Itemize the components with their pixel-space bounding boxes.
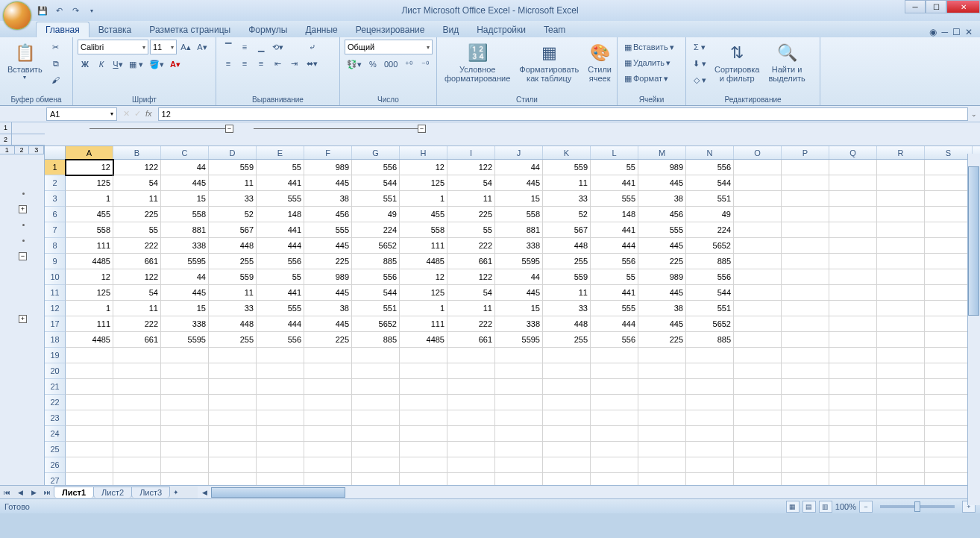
cell[interactable] xyxy=(734,207,782,222)
cell[interactable] xyxy=(877,442,925,457)
cell[interactable] xyxy=(638,363,686,379)
cell[interactable] xyxy=(304,363,352,379)
indent-dec-icon[interactable]: ⇤ xyxy=(270,56,285,71)
save-icon[interactable]: 💾 xyxy=(36,4,49,17)
orientation-icon[interactable]: ⟲▾ xyxy=(270,40,286,54)
grow-font-icon[interactable]: A▴ xyxy=(178,40,193,54)
cell[interactable] xyxy=(925,395,973,410)
cell[interactable] xyxy=(829,238,877,254)
office-button[interactable] xyxy=(3,1,31,30)
cell[interactable] xyxy=(66,348,113,363)
cell[interactable] xyxy=(925,222,973,238)
cell[interactable] xyxy=(304,442,352,457)
cell[interactable] xyxy=(543,442,591,457)
cell[interactable] xyxy=(638,473,686,485)
cell[interactable]: 556 xyxy=(257,254,304,269)
cell[interactable] xyxy=(495,426,543,442)
vertical-scrollbar[interactable] xyxy=(967,154,980,505)
cell[interactable]: 33 xyxy=(543,301,591,316)
cell[interactable]: 556 xyxy=(591,254,638,269)
cell[interactable]: 558 xyxy=(400,222,447,238)
column-header[interactable]: I xyxy=(447,146,495,159)
cell[interactable]: 661 xyxy=(447,332,495,348)
cell[interactable] xyxy=(352,410,400,426)
cell[interactable]: 255 xyxy=(543,254,591,269)
cell[interactable] xyxy=(829,332,877,348)
cell[interactable]: 445 xyxy=(638,175,686,191)
cell[interactable]: 122 xyxy=(447,160,495,175)
cell[interactable]: 38 xyxy=(638,191,686,207)
column-header[interactable]: R xyxy=(877,146,925,159)
cell[interactable] xyxy=(734,254,782,269)
cell[interactable]: 445 xyxy=(638,316,686,332)
cell[interactable] xyxy=(495,410,543,426)
cell[interactable]: 224 xyxy=(352,222,400,238)
cell[interactable] xyxy=(782,410,829,426)
cell[interactable]: 11 xyxy=(543,285,591,301)
cell[interactable] xyxy=(113,379,161,395)
cell[interactable]: 4485 xyxy=(400,332,447,348)
cell[interactable] xyxy=(782,160,829,175)
cell[interactable] xyxy=(447,379,495,395)
row-group-toggle[interactable]: − xyxy=(19,252,27,260)
cell[interactable] xyxy=(209,348,257,363)
cell[interactable] xyxy=(782,238,829,254)
cell[interactable] xyxy=(782,457,829,473)
ribbon-tab-главная[interactable]: Главная xyxy=(36,22,89,37)
cell[interactable]: 122 xyxy=(113,160,161,175)
row-outline-level-3[interactable]: 3 xyxy=(29,146,44,154)
row-header[interactable]: 21 xyxy=(45,379,66,395)
cell[interactable] xyxy=(113,363,161,379)
cell[interactable] xyxy=(447,426,495,442)
cell[interactable] xyxy=(782,207,829,222)
cell[interactable] xyxy=(877,395,925,410)
cell[interactable] xyxy=(782,332,829,348)
cell[interactable] xyxy=(209,473,257,485)
clear-icon[interactable]: ◇ ▾ xyxy=(691,72,709,87)
cell[interactable] xyxy=(304,410,352,426)
cell[interactable]: 551 xyxy=(352,191,400,207)
cell[interactable]: 225 xyxy=(447,207,495,222)
cell[interactable] xyxy=(734,191,782,207)
cell[interactable] xyxy=(734,410,782,426)
font-size-combo[interactable]: 11▾ xyxy=(150,40,177,54)
row-header[interactable]: 26 xyxy=(45,457,66,473)
cell[interactable] xyxy=(66,410,113,426)
cell[interactable] xyxy=(829,457,877,473)
cell[interactable] xyxy=(782,473,829,485)
cell[interactable]: 455 xyxy=(400,207,447,222)
cell[interactable]: 122 xyxy=(113,269,161,285)
cell[interactable] xyxy=(113,426,161,442)
cell[interactable]: 1 xyxy=(400,301,447,316)
cell-styles-button[interactable]: 🎨Стили ячеек xyxy=(585,40,615,84)
cell[interactable]: 148 xyxy=(591,207,638,222)
col-outline-level-1[interactable]: 1 xyxy=(0,122,12,134)
row-header[interactable]: 22 xyxy=(45,395,66,410)
cell[interactable] xyxy=(591,379,638,395)
cell[interactable] xyxy=(591,473,638,485)
row-header[interactable]: 11 xyxy=(45,285,66,301)
copy-icon[interactable]: ⧉ xyxy=(48,56,63,71)
cell[interactable] xyxy=(543,363,591,379)
find-select-button[interactable]: 🔍Найти и выделить xyxy=(765,40,808,84)
delete-cells-button[interactable]: ▦ Удалить ▾ xyxy=(622,55,685,70)
cell[interactable]: 49 xyxy=(352,207,400,222)
paste-button[interactable]: 📋 Вставить ▾ xyxy=(4,40,45,82)
cell[interactable] xyxy=(877,363,925,379)
cell[interactable] xyxy=(209,426,257,442)
cell[interactable] xyxy=(161,442,209,457)
cell[interactable] xyxy=(877,285,925,301)
cell[interactable] xyxy=(734,473,782,485)
column-header[interactable]: J xyxy=(495,146,543,159)
cell[interactable] xyxy=(495,379,543,395)
cell[interactable] xyxy=(543,473,591,485)
cell[interactable] xyxy=(877,222,925,238)
cell[interactable]: 15 xyxy=(495,301,543,316)
cell[interactable]: 556 xyxy=(591,332,638,348)
cell[interactable]: 559 xyxy=(543,160,591,175)
column-header[interactable]: D xyxy=(209,146,257,159)
cell[interactable] xyxy=(925,316,973,332)
cell[interactable] xyxy=(543,395,591,410)
insert-cells-button[interactable]: ▦ Вставить ▾ xyxy=(622,40,685,54)
cell[interactable] xyxy=(400,379,447,395)
